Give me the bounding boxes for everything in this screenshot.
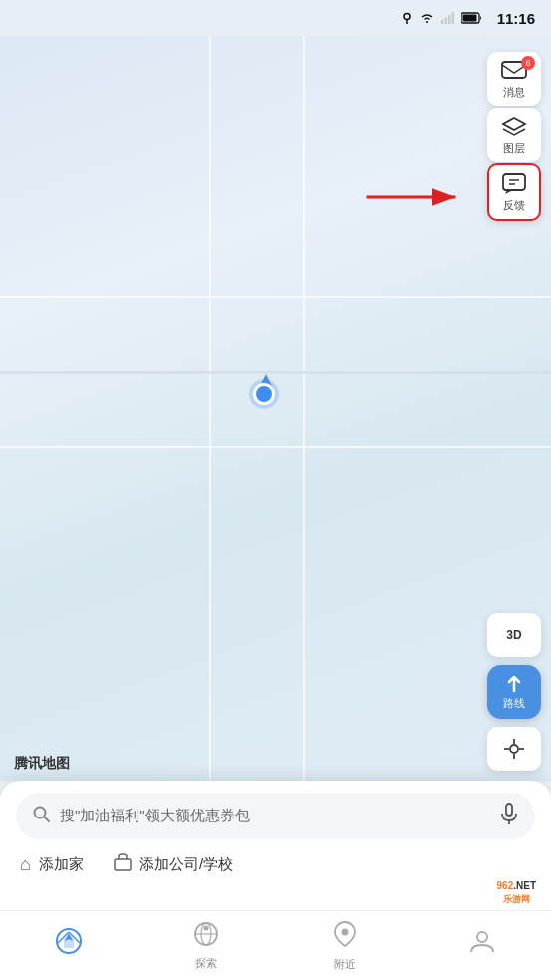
search-placeholder: 搜"加油福利"领大额优惠券包 bbox=[60, 807, 499, 825]
nav-item-explore[interactable]: 探索 bbox=[138, 921, 275, 971]
nav-item-nearby[interactable]: 附近 bbox=[276, 920, 413, 972]
nav-item-home[interactable] bbox=[0, 927, 138, 964]
message-button[interactable]: 6 消息 bbox=[487, 52, 541, 106]
add-home-label: 添加家 bbox=[39, 855, 84, 874]
work-icon bbox=[114, 853, 132, 876]
battery-icon bbox=[461, 12, 483, 24]
signal-icon bbox=[441, 11, 455, 25]
layer-label: 图层 bbox=[503, 141, 525, 156]
nav-explore-icon bbox=[193, 921, 219, 953]
svg-rect-3 bbox=[448, 15, 451, 24]
status-icons: 11:16 bbox=[400, 10, 535, 27]
svg-rect-4 bbox=[451, 12, 454, 24]
route-label: 路线 bbox=[503, 696, 525, 711]
svg-rect-18 bbox=[506, 804, 512, 816]
svg-marker-8 bbox=[503, 118, 525, 130]
route-button[interactable]: 路线 bbox=[487, 665, 541, 719]
svg-rect-6 bbox=[462, 15, 476, 22]
search-bar[interactable]: 搜"加油福利"领大额优惠券包 bbox=[16, 793, 535, 839]
search-icon bbox=[32, 805, 50, 827]
nav-home-icon bbox=[55, 927, 83, 961]
right-panel: 6 消息 图层 反馈 bbox=[487, 52, 541, 221]
svg-rect-9 bbox=[503, 174, 525, 190]
svg-point-27 bbox=[341, 928, 348, 935]
wifi-icon bbox=[419, 12, 435, 24]
home-icon: ⌂ bbox=[20, 854, 31, 875]
three-d-label: 3D bbox=[506, 628, 521, 642]
nav-nearby-icon bbox=[332, 920, 358, 954]
nav-profile-icon bbox=[468, 927, 496, 961]
feedback-icon bbox=[501, 173, 527, 195]
svg-rect-2 bbox=[444, 18, 447, 25]
three-d-button[interactable]: 3D bbox=[487, 613, 541, 657]
nav-item-profile[interactable] bbox=[413, 927, 551, 964]
add-work-action[interactable]: 添加公司/学校 bbox=[114, 853, 233, 876]
layer-button[interactable]: 图层 bbox=[487, 108, 541, 162]
map-tools: 3D 路线 bbox=[487, 613, 541, 771]
feedback-label: 反馈 bbox=[503, 198, 525, 213]
map-brand: 腾讯地图 bbox=[14, 755, 70, 773]
arrow-svg bbox=[358, 177, 477, 217]
bottom-nav: 探索 附近 bbox=[0, 910, 551, 980]
svg-rect-20 bbox=[115, 859, 131, 870]
map-area[interactable] bbox=[0, 36, 551, 781]
svg-rect-1 bbox=[441, 20, 444, 24]
status-bar: 11:16 bbox=[0, 0, 551, 36]
layer-icon bbox=[501, 116, 527, 138]
svg-point-28 bbox=[477, 932, 487, 942]
red-arrow bbox=[358, 177, 477, 221]
location-dot bbox=[253, 383, 275, 405]
location-icon bbox=[400, 11, 413, 25]
svg-point-26 bbox=[204, 925, 209, 930]
watermark: 962.NET 乐游网 bbox=[492, 877, 541, 908]
nav-nearby-label: 附近 bbox=[334, 957, 356, 972]
svg-point-0 bbox=[404, 14, 410, 20]
svg-line-17 bbox=[45, 817, 50, 822]
locate-icon bbox=[502, 737, 526, 761]
add-work-label: 添加公司/学校 bbox=[139, 855, 233, 874]
nav-explore-label: 探索 bbox=[195, 956, 217, 971]
status-time: 11:16 bbox=[497, 10, 535, 27]
voice-icon[interactable] bbox=[499, 803, 519, 829]
add-home-action[interactable]: ⌂ 添加家 bbox=[20, 853, 84, 876]
svg-point-11 bbox=[510, 745, 518, 753]
route-icon bbox=[503, 673, 525, 695]
message-badge: 6 bbox=[521, 56, 535, 70]
locate-button[interactable] bbox=[487, 727, 541, 771]
feedback-button[interactable]: 反馈 bbox=[487, 163, 541, 221]
quick-actions: ⌂ 添加家 添加公司/学校 bbox=[16, 853, 535, 876]
message-label: 消息 bbox=[503, 85, 525, 100]
